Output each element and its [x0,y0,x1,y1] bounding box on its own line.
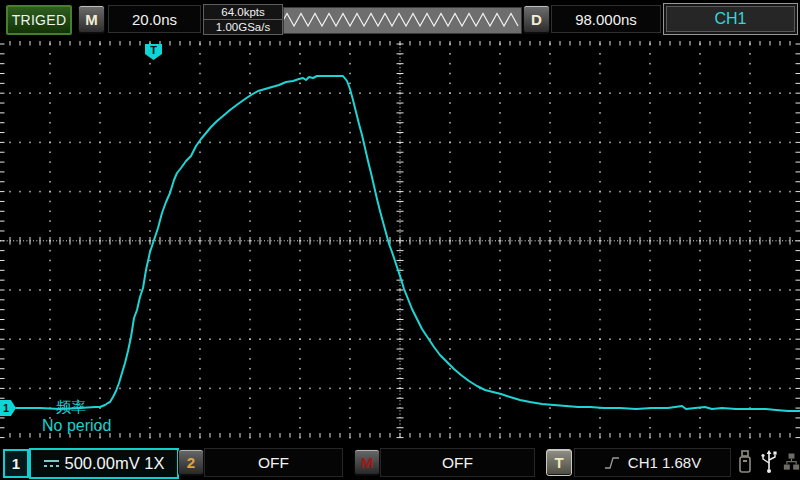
waveform-preview-strip[interactable] [283,7,522,34]
ch1-button[interactable]: 1 [3,449,29,478]
graticule [0,0,800,480]
horizontal-delay-value[interactable]: 98.000ns [551,5,661,33]
math-status[interactable]: OFF [380,448,535,477]
ch1-scale-box[interactable]: 500.00mV 1X [29,448,179,479]
dc-coupling-icon [44,460,59,467]
rising-slope-icon [604,455,620,471]
ch2-button[interactable]: 2 [178,449,204,476]
trigger-status-badge: TRIGED [6,5,72,35]
usb-drive-icon [733,448,757,476]
timebase-value[interactable]: 20.0ns [108,5,201,33]
active-channel-indicator[interactable]: CH1 [663,3,798,35]
math-button[interactable]: M [354,449,380,476]
oscilloscope-screen: T 1 频率 No period TRIGED M 20.0ns 64.0kpt… [0,0,800,480]
lan-icon [782,448,800,476]
measurement-value: No period [42,417,111,435]
delay-button[interactable]: D [523,5,550,34]
usb-icon [758,448,780,476]
ch2-status[interactable]: OFF [204,448,343,477]
acquisition-info[interactable]: 64.0kpts 1.00GSa/s [203,4,283,35]
trigger-menu-button[interactable]: T [546,449,572,476]
top-status-bar: TRIGED M 20.0ns 64.0kpts 1.00GSa/s D 98.… [0,0,800,40]
bottom-status-bar: 1 500.00mV 1X 2 OFF M OFF T CH1 1.68V [0,444,800,480]
sample-rate: 1.00GSa/s [204,20,282,34]
measurement-label: 频率 [56,398,86,417]
trigger-info-text: CH1 1.68V [628,454,701,471]
trigger-source-level[interactable]: CH1 1.68V [574,448,731,477]
ch1-scale-value: 500.00mV 1X [65,454,165,473]
menu-button[interactable]: M [78,5,105,34]
preview-zigzag-icon [284,8,519,31]
memory-depth: 64.0kpts [204,5,282,20]
